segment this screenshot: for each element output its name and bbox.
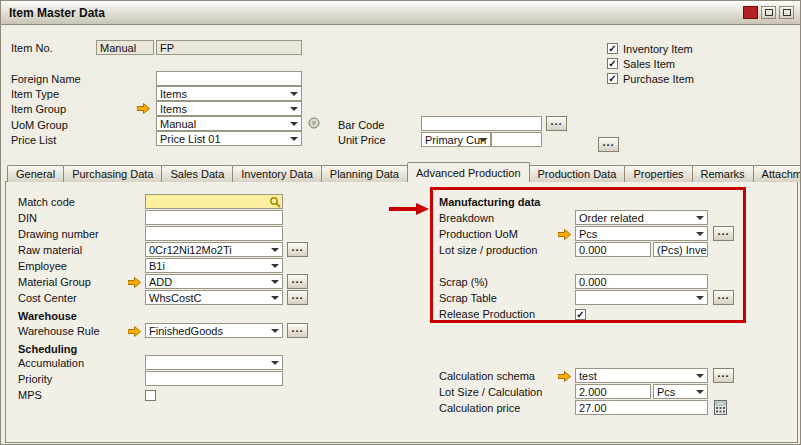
uom-group-select[interactable]: Manual: [156, 116, 302, 131]
dropdown-arrow-icon: [271, 361, 279, 365]
dropdown-arrow-icon: [271, 264, 279, 268]
maximize-button[interactable]: [779, 6, 794, 19]
purchase-item-checkbox[interactable]: [607, 73, 618, 84]
item-group-select[interactable]: Items: [156, 101, 302, 116]
dropdown-arrow-icon: [271, 296, 279, 300]
tab-planning-data[interactable]: Planning Data: [321, 165, 408, 182]
dropdown-arrow-icon: [290, 107, 298, 111]
raw-material-browse-button[interactable]: ...: [287, 242, 308, 257]
unit-price-browse-button[interactable]: ...: [598, 137, 619, 152]
priority-input[interactable]: [145, 371, 283, 386]
material-group-label: Material Group: [18, 276, 91, 289]
warehouse-rule-browse-button[interactable]: ...: [287, 323, 308, 338]
calculation-schema-link-arrow-icon[interactable]: [558, 371, 571, 382]
foreign-name-input[interactable]: [156, 71, 302, 86]
scrap-percent-input[interactable]: 0.000: [575, 274, 708, 289]
purchase-item-label: Purchase Item: [623, 73, 694, 86]
calculation-price-input[interactable]: 27.00: [575, 400, 708, 415]
minimize-button[interactable]: [761, 6, 776, 19]
tab-properties[interactable]: Properties: [624, 165, 692, 182]
production-uom-select[interactable]: Pcs: [575, 226, 708, 241]
production-uom-link-arrow-icon[interactable]: [558, 229, 571, 240]
breakdown-select[interactable]: Order related: [575, 210, 708, 225]
raw-material-select[interactable]: 0Cr12Ni12Mo2Ti: [145, 242, 283, 257]
price-list-value: Price List 01: [160, 133, 221, 145]
cost-center-browse-button[interactable]: ...: [287, 290, 308, 305]
calculation-schema-select[interactable]: test: [575, 368, 708, 383]
tab-purchasing-data[interactable]: Purchasing Data: [63, 165, 162, 182]
search-icon[interactable]: [269, 196, 281, 209]
warehouse-rule-select[interactable]: FinishedGoods: [145, 323, 283, 338]
item-series-select[interactable]: Manual: [96, 40, 154, 55]
priority-label: Priority: [18, 373, 52, 386]
dropdown-arrow-icon: [696, 374, 704, 378]
tab-production-data[interactable]: Production Data: [529, 165, 626, 182]
drawing-number-input[interactable]: [145, 226, 283, 241]
lot-size-calculation-input[interactable]: 2.000: [575, 384, 651, 399]
dropdown-arrow-icon: [271, 248, 279, 252]
circle-icon[interactable]: [308, 117, 320, 131]
title-bar[interactable]: Item Master Data: [1, 1, 800, 25]
tab-advanced-production[interactable]: Advanced Production: [407, 162, 530, 182]
cost-center-label: Cost Center: [18, 292, 77, 305]
uom-group-value: Manual: [160, 118, 196, 130]
tab-sales-data[interactable]: Sales Data: [161, 165, 233, 182]
release-production-label: Release Production: [439, 308, 535, 321]
sales-item-checkbox[interactable]: [607, 58, 618, 69]
lot-size-calculation-label: Lot Size / Calculation: [439, 386, 542, 399]
lot-size-calculation-uom-select[interactable]: Pcs: [653, 384, 708, 399]
warehouse-rule-link-arrow-icon[interactable]: [128, 326, 141, 337]
accumulation-select[interactable]: [145, 355, 283, 370]
employee-select[interactable]: B1i: [145, 258, 283, 273]
calculation-price-label: Calculation price: [439, 402, 520, 415]
scrap-table-select[interactable]: [575, 290, 708, 305]
lot-size-production-uom-note: (Pcs) Inve: [653, 242, 708, 257]
inventory-item-label: Inventory Item: [623, 43, 693, 56]
dropdown-arrow-icon: [290, 92, 298, 96]
din-label: DIN: [18, 212, 37, 225]
mps-checkbox[interactable]: [145, 390, 156, 401]
dropdown-arrow-icon: [271, 280, 279, 284]
scrap-table-browse-button[interactable]: ...: [713, 290, 734, 305]
item-type-select[interactable]: Items: [156, 86, 302, 101]
material-group-value: ADD: [149, 276, 172, 288]
inventory-item-checkbox[interactable]: [607, 43, 618, 54]
tab-attachments[interactable]: Attachments: [753, 165, 801, 182]
tab-inventory-data[interactable]: Inventory Data: [232, 165, 322, 182]
item-master-data-window: Item Master Data Item No. Manual FP Fore…: [0, 0, 801, 445]
barcode-browse-button[interactable]: ...: [546, 116, 567, 131]
material-group-browse-button[interactable]: ...: [287, 274, 308, 289]
din-input[interactable]: [145, 210, 283, 225]
window-title: Item Master Data: [9, 6, 105, 20]
lot-size-calculation-uom-value: Pcs: [657, 386, 675, 398]
calculation-schema-browse-button[interactable]: ...: [713, 368, 734, 383]
material-group-select[interactable]: ADD: [145, 274, 283, 289]
item-no-field[interactable]: FP: [156, 40, 302, 55]
close-button[interactable]: [743, 6, 758, 19]
unit-price-input[interactable]: [491, 132, 542, 147]
accumulation-label: Accumulation: [18, 357, 84, 370]
mps-label: MPS: [18, 389, 42, 402]
item-no-label: Item No.: [11, 42, 53, 55]
match-code-input[interactable]: [145, 194, 283, 209]
material-group-link-arrow-icon[interactable]: [128, 277, 141, 288]
scrap-percent-label: Scrap (%): [439, 276, 488, 289]
cost-center-select[interactable]: WhsCostC: [145, 290, 283, 305]
unit-price-label: Unit Price: [338, 134, 386, 147]
unit-price-currency-value: Primary Curr: [425, 134, 487, 146]
scheduling-heading: Scheduling: [18, 343, 77, 356]
lot-size-production-input[interactable]: 0.000: [575, 242, 651, 257]
production-uom-browse-button[interactable]: ...: [713, 226, 734, 241]
annotation-arrow: [388, 201, 430, 219]
release-production-checkbox[interactable]: [575, 309, 586, 320]
unit-price-currency-select[interactable]: Primary Curr: [421, 132, 491, 147]
tab-remarks[interactable]: Remarks: [692, 165, 754, 182]
tab-general[interactable]: General: [7, 165, 64, 182]
price-list-select[interactable]: Price List 01: [156, 131, 302, 146]
window-controls: [743, 6, 794, 19]
dropdown-arrow-icon: [290, 137, 298, 141]
calculator-icon[interactable]: [714, 400, 727, 417]
employee-label: Employee: [18, 260, 67, 273]
barcode-input[interactable]: [421, 116, 542, 131]
item-group-link-arrow-icon[interactable]: [137, 103, 150, 114]
